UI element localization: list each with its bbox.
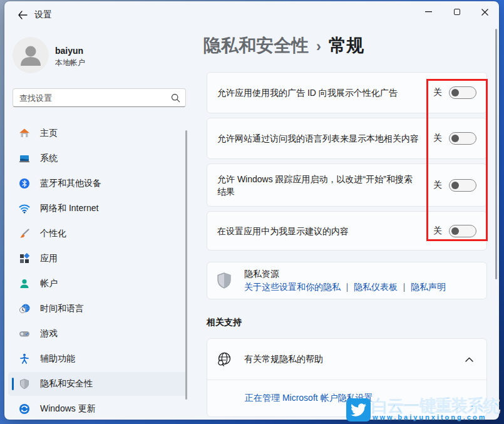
settings-window: 设置 baiyun 本地帐户 [4,1,499,420]
back-arrow-icon [18,11,28,19]
toggle-state-label: 关 [433,180,442,191]
privacy-resources-links: 关于这些设置和你的隐私∣隐私仪表板∣隐私声明 [244,280,446,294]
search-icon [171,93,180,103]
sidebar-item-network[interactable]: 网络和 Internet [8,197,187,220]
toggle-switch[interactable] [449,225,476,237]
chevron-up-icon[interactable] [464,354,474,365]
toggle-knob [451,135,459,142]
setting-row-app-launch-tracking: 允许 Windows 跟踪应用启动，以改进“开始”和搜索结果 关 [207,163,487,207]
wifi-icon [19,203,30,214]
sidebar-item-apps[interactable]: 应用 [8,247,187,271]
setting-label: 允许应用使用我的广告 ID 向我展示个性化广告 [217,86,433,99]
home-icon [19,128,30,139]
bluetooth-icon [19,178,30,189]
maximize-icon [454,9,460,15]
apps-icon [19,253,30,264]
sidebar-item-label: 个性化 [40,228,66,239]
sidebar-item-gaming[interactable]: 游戏 [8,322,187,346]
close-button[interactable] [471,1,499,23]
link-separator: ∣ [402,282,406,292]
sidebar-item-label: 游戏 [40,328,58,339]
windows-update-icon [19,403,30,415]
desktop: { "colors": { "accent_blue": "#0067c0", … [0,0,504,424]
setting-row-suggested-content: 在设置应用中为我显示建议的内容 关 [207,211,487,251]
sidebar-nav: 主页 系统 蓝牙和其他设备 网络和 Internet 个性化 [8,122,191,420]
toggle-switch[interactable] [449,86,476,99]
watermark-url: www.baiyunxitong.com [373,413,486,421]
help-title: 有关常规隐私的帮助 [244,354,464,365]
paintbrush-icon [19,228,30,239]
shield-icon [19,378,30,390]
related-support-heading: 相关支持 [207,317,242,328]
page-title: 常规 [329,36,364,55]
sidebar-item-windows-update[interactable]: Windows 更新 [8,397,187,420]
sidebar-item-label: 网络和 Internet [40,203,98,214]
toggle-switch[interactable] [449,179,476,192]
selected-indicator [12,378,14,390]
main-scrollbar[interactable] [495,29,497,279]
sidebar-item-label: 应用 [40,253,58,264]
web-help-icon [216,350,232,369]
breadcrumb-separator: › [316,38,321,54]
search-input[interactable] [19,90,163,106]
time-language-icon [19,303,30,314]
sidebar-item-label: 主页 [40,128,58,139]
toggle-state-label: 关 [433,87,442,98]
sidebar-scrollbar[interactable] [185,130,187,400]
sidebar-item-label: 隐私和安全性 [40,378,93,390]
profile-account-type: 本地帐户 [55,58,85,68]
shield-icon [216,271,232,290]
sidebar-item-label: 蓝牙和其他设备 [40,178,101,189]
sidebar-item-label: 帐户 [40,278,58,289]
link-about-settings[interactable]: 关于这些设置和你的隐私 [244,282,341,292]
privacy-resources-card: 隐私资源 关于这些设置和你的隐私∣隐私仪表板∣隐私声明 [207,262,487,299]
search-box[interactable] [13,88,186,107]
link-separator: ∣ [345,282,349,292]
breadcrumb: 隐私和安全性›常规 [203,34,364,58]
sidebar-item-label: 系统 [40,153,58,164]
avatar [13,37,49,73]
back-button[interactable] [13,6,32,24]
sidebar-item-system[interactable]: 系统 [8,147,187,170]
accessibility-icon [19,353,30,365]
toggle-switch[interactable] [449,132,476,145]
sidebar-item-bluetooth[interactable]: 蓝牙和其他设备 [8,172,187,195]
setting-row-advertising-id: 允许应用使用我的广告 ID 向我展示个性化广告 关 [207,72,487,113]
sidebar-item-personalization[interactable]: 个性化 [8,222,187,246]
sidebar-item-privacy-security[interactable]: 隐私和安全性 [8,372,187,396]
link-privacy-statement[interactable]: 隐私声明 [411,282,446,292]
person-icon [13,37,49,73]
sidebar-item-time-language[interactable]: 时间和语言 [8,297,187,321]
sidebar-item-home[interactable]: 主页 [8,122,187,145]
toggle-knob [451,182,459,189]
system-icon [19,153,30,164]
twitter-bird-icon [346,398,371,421]
breadcrumb-parent[interactable]: 隐私和安全性 [203,36,309,55]
sidebar-item-label: Windows 更新 [40,403,96,415]
minimize-button[interactable] [414,1,443,23]
toggle-state-label: 关 [433,133,442,144]
setting-label: 在设置应用中为我显示建议的内容 [217,225,433,237]
sidebar-item-label: 时间和语言 [40,303,84,314]
setting-label: 允许网站通过访问我的语言列表来显示本地相关内容 [217,132,433,145]
profile-name: baiyun [55,46,83,56]
watermark: 白云一键重装系统 www.baiyunxitong.com [346,395,503,424]
account-person-icon [19,278,30,289]
toggle-knob [451,227,459,235]
window-controls [414,1,499,23]
toggle-knob [451,89,459,96]
gamepad-icon [19,328,30,339]
sidebar-item-accessibility[interactable]: 辅助功能 [8,347,187,371]
minimize-icon [425,11,432,13]
user-profile[interactable]: baiyun 本地帐户 [13,37,194,75]
sidebar-item-accounts[interactable]: 帐户 [8,272,187,296]
link-privacy-dashboard[interactable]: 隐私仪表板 [354,282,398,292]
setting-row-language-list: 允许网站通过访问我的语言列表来显示本地相关内容 关 [207,118,487,159]
sidebar-item-label: 辅助功能 [40,353,75,365]
privacy-resources-title: 隐私资源 [244,267,446,280]
app-title: 设置 [34,9,52,21]
toggle-state-label: 关 [433,225,442,237]
close-icon [481,9,488,16]
maximize-button[interactable] [443,1,471,23]
help-expander[interactable]: 有关常规隐私的帮助 [207,339,486,380]
